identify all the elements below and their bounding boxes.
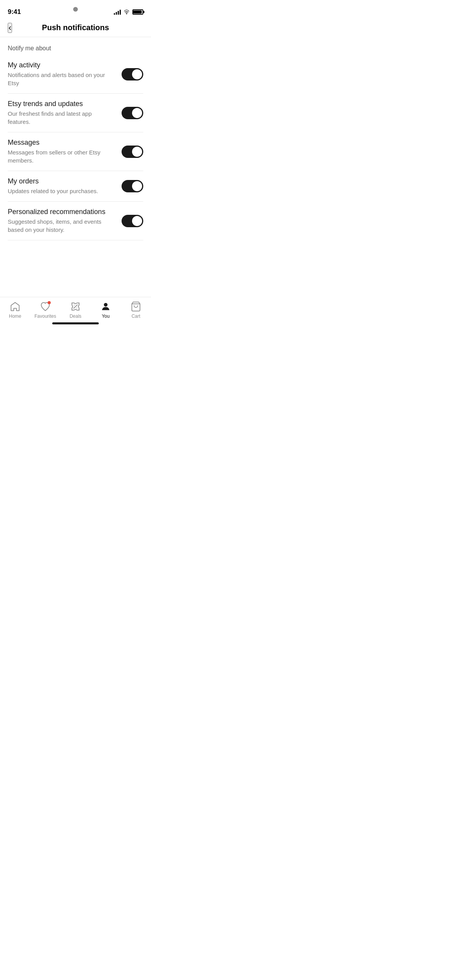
toggle-switch-messages[interactable] <box>122 146 143 158</box>
toggle-item-personalized: Personalized recommendations Suggested s… <box>8 202 143 240</box>
toggle-item-etsy-trends: Etsy trends and updates Our freshest fin… <box>8 94 143 132</box>
toggle-title-personalized: Personalized recommendations <box>8 208 114 216</box>
heart-icon <box>40 301 51 312</box>
nav-label-you: You <box>102 314 110 319</box>
back-button[interactable]: ‹ <box>8 23 12 33</box>
nav-label-cart: Cart <box>132 314 141 319</box>
toggle-knob-my-orders <box>132 181 142 191</box>
toggle-text-personalized: Personalized recommendations Suggested s… <box>8 208 122 234</box>
nav-item-cart[interactable]: Cart <box>124 301 148 319</box>
toggle-switch-my-activity[interactable] <box>122 68 143 81</box>
main-content: Notify me about My activity Notification… <box>0 37 151 292</box>
toggle-title-my-orders: My orders <box>8 177 114 185</box>
nav-label-deals: Deals <box>70 314 82 319</box>
toggle-knob-messages <box>132 147 142 157</box>
toggle-title-my-activity: My activity <box>8 61 114 69</box>
home-icon <box>10 301 21 312</box>
nav-item-you[interactable]: You <box>94 301 117 319</box>
toggle-title-messages: Messages <box>8 139 114 147</box>
section-label: Notify me about <box>0 37 151 55</box>
toggle-list: My activity Notifications and alerts bas… <box>0 55 151 240</box>
toggle-subtitle-my-activity: Notifications and alerts based on your E… <box>8 71 114 87</box>
toggle-knob-etsy-trends <box>132 108 142 118</box>
toggle-knob-personalized <box>132 216 142 226</box>
you-icon <box>100 301 111 312</box>
toggle-subtitle-etsy-trends: Our freshest finds and latest app featur… <box>8 110 114 126</box>
page-header: ‹ Push notifications <box>0 19 151 37</box>
deals-icon <box>70 301 81 312</box>
battery-icon <box>132 9 143 15</box>
favourites-badge <box>48 301 51 304</box>
toggle-text-my-activity: My activity Notifications and alerts bas… <box>8 61 122 87</box>
toggle-item-messages: Messages Messages from sellers or other … <box>8 132 143 171</box>
page-title: Push notifications <box>42 23 109 32</box>
toggle-subtitle-my-orders: Updates related to your purchases. <box>8 187 114 195</box>
cart-icon <box>130 301 141 312</box>
status-icons <box>114 9 143 15</box>
camera-dot <box>73 7 78 12</box>
nav-label-favourites: Favourites <box>34 314 56 319</box>
signal-icon <box>114 9 121 15</box>
svg-point-0 <box>126 14 127 14</box>
toggle-switch-etsy-trends[interactable] <box>122 107 143 119</box>
toggle-knob-my-activity <box>132 69 142 79</box>
svg-point-1 <box>104 303 107 307</box>
home-indicator <box>52 322 99 324</box>
toggle-text-my-orders: My orders Updates related to your purcha… <box>8 177 122 195</box>
toggle-item-my-orders: My orders Updates related to your purcha… <box>8 171 143 202</box>
toggle-text-etsy-trends: Etsy trends and updates Our freshest fin… <box>8 100 122 126</box>
toggle-switch-my-orders[interactable] <box>122 180 143 192</box>
toggle-subtitle-messages: Messages from sellers or other Etsy memb… <box>8 148 114 164</box>
nav-label-home: Home <box>9 314 21 319</box>
wifi-icon <box>123 9 130 15</box>
toggle-text-messages: Messages Messages from sellers or other … <box>8 139 122 164</box>
status-time: 9:41 <box>8 8 21 16</box>
nav-item-home[interactable]: Home <box>3 301 27 319</box>
toggle-switch-personalized[interactable] <box>122 215 143 227</box>
toggle-title-etsy-trends: Etsy trends and updates <box>8 100 114 108</box>
nav-item-deals[interactable]: Deals <box>64 301 87 319</box>
toggle-item-my-activity: My activity Notifications and alerts bas… <box>8 55 143 94</box>
nav-item-favourites[interactable]: Favourites <box>34 301 57 319</box>
toggle-subtitle-personalized: Suggested shops, items, and events based… <box>8 218 114 234</box>
